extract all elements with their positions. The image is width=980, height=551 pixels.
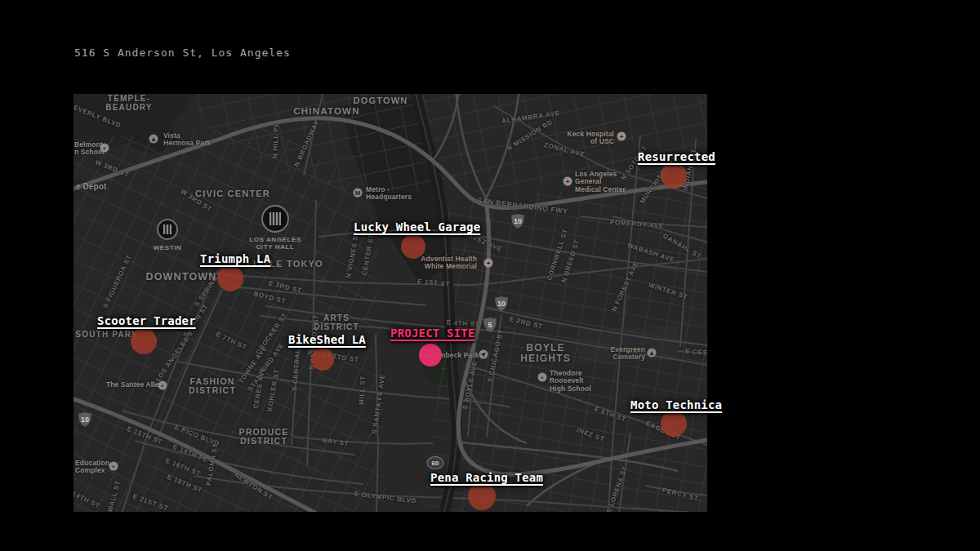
lucky-wheel-garage-label[interactable]: Lucky Wheel Garage — [354, 220, 480, 233]
los-angeles-city-hall-label: LOS ANGELES CITY HALL — [249, 236, 301, 251]
triumph-la-label[interactable]: Triumph LA — [200, 252, 270, 265]
pena-racing-team-label[interactable]: Pena Racing Team — [430, 471, 543, 484]
westin-icon — [157, 219, 178, 240]
district-label: BOYLE HEIGHTS — [520, 343, 571, 363]
metro-icon: M — [354, 189, 363, 198]
poi-label: Evergreen Cemetery — [611, 346, 645, 362]
map-container[interactable]: BEVERLY BLVDW 3RD STW 3RD STN BROADWAYN … — [74, 94, 707, 512]
page-title: 516 S Anderson St, Los Angeles — [74, 47, 291, 59]
poi-label: Education Complex — [75, 460, 109, 475]
bikeshed-la-label[interactable]: BikeShed LA — [288, 333, 366, 346]
district-label: PRODUCE DISTRICT — [239, 428, 289, 446]
poi-label: Los Angeles General Medical Center — [575, 171, 626, 194]
poi-label: Metro - Headquarters — [366, 186, 412, 202]
school-icon: ▪ — [538, 373, 547, 382]
district-label: CIVIC CENTER — [195, 189, 270, 199]
resurrected-label[interactable]: Resurrected — [638, 150, 715, 163]
district-label: DOWNTOWN — [145, 272, 216, 282]
triumph-la-marker[interactable] — [217, 265, 243, 291]
bikeshed-la-marker[interactable] — [311, 348, 334, 371]
school-icon: ▪ — [109, 462, 118, 471]
resurrected-marker[interactable] — [661, 162, 687, 189]
moto-technica-label[interactable]: Moto Technica — [630, 398, 722, 411]
scooter-trader-marker[interactable] — [131, 328, 157, 354]
district-label: FASHION DISTRICT — [189, 377, 236, 395]
page-background: 516 S Anderson St, Los Angeles BEVERLY B… — [0, 0, 980, 551]
district-label: SOUTH PARK — [75, 331, 138, 340]
route-60-shield-icon: 60 — [427, 456, 444, 469]
project-site-label[interactable]: PROJECT SITE — [390, 327, 475, 340]
street-label: N HILL PL — [272, 122, 280, 159]
scooter-trader-label[interactable]: Scooter Trader — [97, 314, 196, 327]
los-angeles-city-hall-icon — [261, 205, 289, 233]
district-label: CHINATOWN — [293, 106, 359, 116]
poi-label: Vista Hermosa Park — [163, 132, 211, 148]
building-glyph — [163, 224, 172, 234]
poi-label: Theodore Roosevelt High School — [550, 370, 591, 393]
district-label: TEMPLE- BEAUDRY — [105, 95, 152, 112]
plus-icon: + — [564, 177, 572, 186]
poi-label: e Depot — [76, 183, 106, 191]
cemetery-icon: ▲ — [648, 349, 657, 358]
westin-label: WESTIN — [154, 244, 182, 251]
poi-label: Keck Hospital of USC — [567, 131, 614, 146]
pena-racing-team-marker[interactable] — [468, 482, 496, 510]
map-roads-svg — [74, 94, 707, 512]
poi-label: Adventist Health White Memorial — [421, 256, 477, 271]
plus-icon: + — [617, 132, 626, 141]
lucky-wheel-garage-marker[interactable] — [401, 234, 425, 259]
plus-icon: + — [484, 259, 493, 268]
building-glyph — [270, 212, 281, 226]
tree-icon: ▲ — [149, 135, 158, 144]
project-site-marker[interactable] — [419, 344, 442, 367]
school-icon: ▪ — [100, 144, 109, 153]
moto-technica-marker[interactable] — [661, 411, 687, 437]
shop-icon: ▪ — [158, 381, 167, 390]
poi-label: The Santee Alley — [106, 381, 163, 389]
district-label: ARTS DISTRICT — [314, 314, 359, 331]
district-label: DOGTOWN — [354, 96, 408, 106]
